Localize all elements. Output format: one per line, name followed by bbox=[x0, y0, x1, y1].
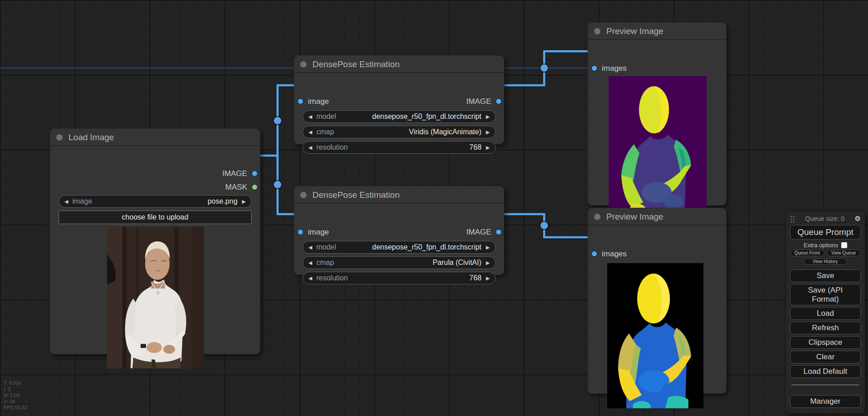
cmap-combo-widget[interactable]: ◀ cmap Viridis (MagicAnimate) ▶ bbox=[302, 126, 496, 138]
combo-right-arrow-icon[interactable]: ▶ bbox=[486, 245, 490, 250]
view-history-button[interactable]: View History bbox=[804, 258, 848, 265]
images-input-port[interactable] bbox=[591, 65, 597, 71]
widget-value: 768 bbox=[469, 274, 482, 282]
settings-gear-icon[interactable]: ⚙ bbox=[855, 215, 861, 223]
widget-value: densepose_r50_fpn_dl.torchscript bbox=[372, 113, 481, 121]
input-label-image: image bbox=[308, 97, 329, 106]
node-header[interactable]: Preview Image bbox=[588, 23, 726, 40]
load-button[interactable]: Load bbox=[790, 307, 861, 320]
node-title: Preview Image bbox=[606, 212, 663, 222]
extra-options-checkbox[interactable] bbox=[841, 242, 847, 248]
stat-time: T: 0.00s bbox=[4, 380, 27, 387]
loaded-photo-man-white-shirt bbox=[107, 227, 204, 368]
comfy-menu-panel: Queue size: 0 ⚙ Queue Prompt Extra optio… bbox=[785, 211, 865, 414]
combo-right-arrow-icon[interactable]: ▶ bbox=[486, 145, 490, 150]
stat-iteration: I: 0 bbox=[4, 387, 27, 393]
refresh-button[interactable]: Refresh bbox=[790, 322, 861, 334]
queue-prompt-button[interactable]: Queue Prompt bbox=[790, 225, 861, 240]
widget-label: image bbox=[72, 197, 92, 206]
node-header[interactable]: DensePose Estimation bbox=[294, 186, 504, 204]
widget-label: model bbox=[316, 243, 336, 251]
cmap-combo-widget[interactable]: ◀ cmap Parula (CivitAI) ▶ bbox=[302, 256, 496, 269]
input-label-images: images bbox=[602, 64, 627, 73]
queue-size-label: Queue size: 0 bbox=[795, 215, 855, 222]
input-label-images: images bbox=[602, 250, 627, 259]
save-button[interactable]: Save bbox=[790, 269, 861, 282]
collapse-dot-icon[interactable] bbox=[594, 28, 600, 34]
mask-output-port[interactable] bbox=[252, 184, 258, 190]
widget-label: resolution bbox=[316, 143, 347, 152]
node-load-image[interactable]: Load Image IMAGE MASK ◀ image pose.png ▶… bbox=[50, 128, 260, 354]
widget-label: cmap bbox=[316, 259, 334, 267]
stat-version: V: 34 bbox=[4, 399, 27, 405]
widget-value: 768 bbox=[469, 143, 482, 152]
choose-file-button[interactable]: choose file to upload bbox=[59, 210, 252, 224]
combo-right-arrow-icon[interactable]: ▶ bbox=[486, 130, 490, 135]
link-midpoint-dot bbox=[540, 64, 548, 72]
node-densepose-1[interactable]: DensePose Estimation image IMAGE ◀ model… bbox=[294, 55, 504, 144]
menu-divider bbox=[791, 385, 859, 385]
widget-label: cmap bbox=[316, 128, 334, 136]
stat-nodes: N: 5 [5] bbox=[4, 392, 27, 399]
output-label-image: IMAGE bbox=[466, 97, 491, 106]
save-api-format-button[interactable]: Save (API Format) bbox=[790, 284, 861, 305]
widget-value: pose.png bbox=[208, 197, 238, 206]
extra-options-label: Extra options bbox=[804, 242, 838, 249]
combo-right-arrow-icon[interactable]: ▶ bbox=[486, 114, 490, 119]
images-input-port[interactable] bbox=[591, 251, 597, 257]
image-input-port[interactable] bbox=[297, 229, 303, 235]
collapse-dot-icon[interactable] bbox=[594, 214, 600, 220]
load-default-button[interactable]: Load Default bbox=[790, 365, 861, 378]
resolution-number-widget[interactable]: ◀ resolution 768 ▶ bbox=[302, 141, 496, 154]
combo-left-arrow-icon[interactable]: ◀ bbox=[308, 114, 312, 119]
node-preview-image-1[interactable]: Preview Image images bbox=[588, 22, 727, 206]
output-label-image: IMAGE bbox=[222, 169, 247, 178]
drag-handle-icon[interactable] bbox=[790, 215, 795, 222]
model-combo-widget[interactable]: ◀ model densepose_r50_fpn_dl.torchscript… bbox=[302, 241, 496, 254]
manager-button[interactable]: Manager bbox=[790, 395, 861, 408]
node-editor-canvas[interactable]: Load Image IMAGE MASK ◀ image pose.png ▶… bbox=[0, 0, 868, 416]
output-label-mask: MASK bbox=[225, 183, 247, 192]
widget-value: Parula (CivitAI) bbox=[433, 259, 482, 267]
widget-value: densepose_r50_fpn_dl.torchscript bbox=[372, 243, 481, 251]
output-label-image: IMAGE bbox=[466, 228, 491, 237]
image-combo-widget[interactable]: ◀ image pose.png ▶ bbox=[59, 195, 252, 208]
combo-left-arrow-icon[interactable]: ◀ bbox=[308, 260, 312, 265]
link-midpoint-dot bbox=[273, 117, 282, 125]
link-midpoint-dot bbox=[273, 181, 282, 189]
node-title: Preview Image bbox=[606, 26, 663, 36]
link-midpoint-dot bbox=[540, 221, 548, 230]
node-header[interactable]: Load Image bbox=[50, 129, 260, 146]
collapse-dot-icon[interactable] bbox=[300, 192, 307, 198]
image-output-port[interactable] bbox=[496, 229, 502, 235]
combo-right-arrow-icon[interactable]: ▶ bbox=[486, 260, 490, 265]
node-title: DensePose Estimation bbox=[312, 59, 400, 69]
clear-button[interactable]: Clear bbox=[790, 351, 861, 363]
combo-left-arrow-icon[interactable]: ◀ bbox=[308, 130, 312, 135]
node-header[interactable]: DensePose Estimation bbox=[294, 56, 504, 73]
node-densepose-2[interactable]: DensePose Estimation image IMAGE ◀ model… bbox=[294, 186, 504, 275]
widget-label: resolution bbox=[316, 274, 347, 282]
input-label-image: image bbox=[308, 228, 329, 237]
collapse-dot-icon[interactable] bbox=[300, 61, 307, 68]
combo-left-arrow-icon[interactable]: ◀ bbox=[308, 145, 312, 150]
image-output-port[interactable] bbox=[252, 171, 258, 176]
combo-left-arrow-icon[interactable]: ◀ bbox=[64, 199, 68, 204]
resolution-number-widget[interactable]: ◀ resolution 768 ▶ bbox=[302, 272, 496, 284]
node-preview-image-2[interactable]: Preview Image images bbox=[588, 208, 727, 394]
view-queue-button[interactable]: View Queue bbox=[827, 250, 861, 256]
densepose-parula-result-image bbox=[607, 263, 703, 408]
clipspace-button[interactable]: Clipspace bbox=[790, 336, 861, 349]
collapse-dot-icon[interactable] bbox=[56, 134, 63, 141]
combo-left-arrow-icon[interactable]: ◀ bbox=[308, 245, 312, 250]
combo-right-arrow-icon[interactable]: ▶ bbox=[486, 276, 490, 281]
model-combo-widget[interactable]: ◀ model densepose_r50_fpn_dl.torchscript… bbox=[302, 110, 496, 123]
canvas-perf-stats: T: 0.00s I: 0 N: 5 [5] V: 34 FPS:59.52 bbox=[4, 380, 27, 411]
node-header[interactable]: Preview Image bbox=[588, 208, 726, 225]
image-output-port[interactable] bbox=[496, 98, 502, 104]
combo-right-arrow-icon[interactable]: ▶ bbox=[242, 199, 246, 204]
combo-left-arrow-icon[interactable]: ◀ bbox=[308, 276, 312, 281]
image-input-port[interactable] bbox=[297, 98, 303, 104]
queue-front-button[interactable]: Queue Front bbox=[790, 250, 824, 256]
widget-value: Viridis (MagicAnimate) bbox=[409, 128, 482, 136]
